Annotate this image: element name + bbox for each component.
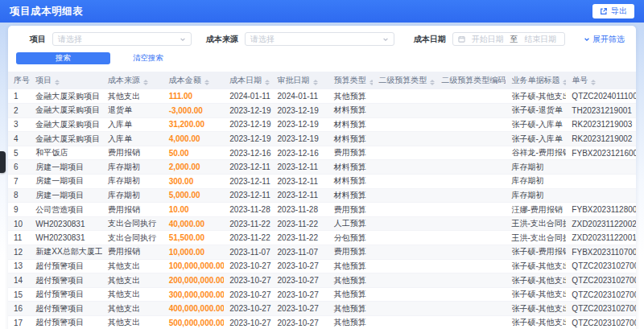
sort-icon[interactable] — [369, 80, 373, 85]
table-row: 15超付预警项目其他支出300,000,000.002023-10-272023… — [8, 287, 636, 302]
cell-source: 库存期初 — [102, 160, 163, 175]
cost-date-range-input[interactable]: 开始日期 至 结束日期 — [452, 32, 565, 46]
cell-no: 4 — [8, 132, 30, 146]
column-header-8[interactable]: 二级预算类型编码 — [436, 72, 506, 89]
cell-cost_date: 2023-11-28 — [224, 203, 271, 217]
cell-amount: 4,000.00 — [163, 132, 225, 146]
cell-source: 入库单 — [102, 132, 163, 146]
column-header-1[interactable]: 项目 — [30, 72, 102, 89]
cell-sub_code — [436, 160, 506, 175]
column-header-2[interactable]: 成本来源 — [102, 72, 163, 89]
column-header-10[interactable]: 单号 — [566, 72, 636, 89]
column-header-5[interactable]: 审批日期 — [272, 72, 328, 89]
cell-sub_type — [373, 316, 436, 329]
column-header-9[interactable]: 业务单据标题 — [506, 72, 566, 89]
start-date-input[interactable]: 开始日期 — [469, 34, 507, 45]
cell-no: 17 — [8, 316, 30, 329]
column-header-0: 序号 — [8, 72, 30, 89]
expand-filters-link[interactable]: 展开筛选 — [584, 34, 625, 45]
export-button[interactable]: 导出 — [592, 4, 634, 19]
cell-source: 其他支出 — [102, 316, 163, 329]
cell-budget_type: 费用预算 — [328, 203, 373, 217]
cell-no: 10 — [8, 216, 30, 231]
cell-sub_code — [436, 203, 506, 217]
cell-doc_no: QTZC20231027002 — [566, 287, 636, 302]
cell-no: 1 — [8, 89, 30, 104]
column-header-6[interactable]: 预算类型 — [328, 72, 373, 89]
table-row: 5和平饭店费用报销50.002023-12-162023-12-16费用预算谷祥… — [8, 146, 636, 160]
cell-doc_title: 谷祥龙-费用报销 — [506, 146, 566, 160]
cell-doc_title: 张子硕-入库单 — [506, 132, 566, 146]
sort-icon[interactable] — [563, 80, 566, 85]
cell-source: 费用报销 — [102, 146, 163, 160]
cell-cost_date: 2023-10-27 — [224, 259, 271, 273]
cost-date-filter-label: 成本日期 — [414, 34, 446, 45]
sort-icon[interactable] — [265, 80, 270, 85]
end-date-input[interactable]: 结束日期 — [522, 34, 560, 45]
cell-amount: 111.00 — [163, 89, 225, 104]
cell-no: 5 — [8, 146, 30, 160]
cell-no: 2 — [8, 104, 30, 118]
cell-budget_type: 其他预算 — [328, 89, 373, 104]
side-panel-handle[interactable] — [0, 151, 6, 173]
sort-icon[interactable] — [591, 80, 596, 85]
sort-icon[interactable] — [313, 80, 318, 85]
chevron-down-icon — [180, 36, 186, 43]
cell-no: 13 — [8, 259, 30, 273]
project-select-placeholder: 请选择 — [58, 34, 82, 45]
cell-sub_type — [373, 117, 436, 132]
cell-sub_type — [373, 245, 436, 260]
cell-approve_date: 2023-12-11 — [272, 160, 328, 175]
cell-source: 库存期初 — [102, 175, 163, 189]
cell-sub_code — [436, 245, 506, 260]
cell-sub_code — [436, 231, 506, 245]
cell-no: 12 — [8, 245, 30, 260]
cell-sub_code — [436, 104, 506, 118]
cell-sub_type — [373, 188, 436, 203]
cell-sub_type — [373, 175, 436, 189]
cell-doc_no: RK20231219002 — [566, 132, 636, 146]
cell-sub_type — [373, 216, 436, 231]
cost-detail-table: 序号项目成本来源成本金额成本日期审批日期预算类型二级预算类型二级预算类型编码业务… — [8, 72, 636, 329]
table-row: 4金融大厦采购项目入库单4,000.002023-12-192023-12-19… — [8, 132, 636, 146]
cell-amount: 5,000.00 — [163, 188, 225, 203]
cell-doc_title: 库存期初 — [506, 188, 566, 203]
project-select[interactable]: 请选择 — [52, 32, 192, 46]
sort-icon[interactable] — [143, 80, 148, 85]
search-button[interactable]: 搜索 — [16, 52, 110, 64]
cell-approve_date: 2023-10-27 — [272, 302, 328, 316]
column-header-3[interactable]: 成本金额 — [163, 72, 225, 89]
cell-sub_code — [436, 259, 506, 273]
cell-project: WH20230831 — [30, 216, 102, 231]
cell-project: 房建一期项目 — [30, 160, 102, 175]
title-bar: 项目成本明细表 导出 — [0, 0, 644, 23]
clear-search-link[interactable]: 清空搜索 — [133, 53, 163, 64]
cell-budget_type: 其他预算 — [328, 273, 373, 288]
cell-source: 费用报销 — [102, 245, 163, 260]
column-header-4[interactable]: 成本日期 — [224, 72, 271, 89]
sort-icon[interactable] — [55, 80, 60, 85]
cell-sub_type — [373, 273, 436, 288]
cell-no: 16 — [8, 302, 30, 316]
cell-project: 超付预警项目 — [30, 273, 102, 288]
cell-budget_type: 材料预算 — [328, 160, 373, 175]
cell-doc_title: 库存期初 — [506, 175, 566, 189]
cell-sub_code — [436, 273, 506, 288]
table-row: 3金融大厦采购项目入库单31,200.002023-12-192023-12-1… — [8, 117, 636, 132]
cell-doc_title: 王洪-支出合同执行 — [506, 216, 566, 231]
table-row: 16超付预警项目其他支出400,000,000.002023-10-272023… — [8, 302, 636, 316]
cell-approve_date: 2023-11-07 — [272, 245, 328, 260]
column-label: 预算类型 — [334, 76, 366, 84]
cell-doc_no: FYBX20231107001 — [566, 245, 636, 260]
cell-no: 3 — [8, 117, 30, 132]
cell-cost_date: 2023-12-16 — [224, 146, 271, 160]
column-label: 成本日期 — [229, 76, 262, 84]
cell-sub_type — [373, 203, 436, 217]
table-row: 6房建一期项目库存期初2,000.002023-12-112023-12-11材… — [8, 160, 636, 175]
sort-icon[interactable] — [204, 80, 209, 85]
cell-budget_type: 材料预算 — [328, 132, 373, 146]
column-header-7[interactable]: 二级预算类型 — [373, 72, 436, 89]
sort-icon[interactable] — [430, 80, 435, 85]
cost-source-select[interactable]: 请选择 — [245, 32, 394, 46]
cell-project: 和平饭店 — [30, 146, 102, 160]
